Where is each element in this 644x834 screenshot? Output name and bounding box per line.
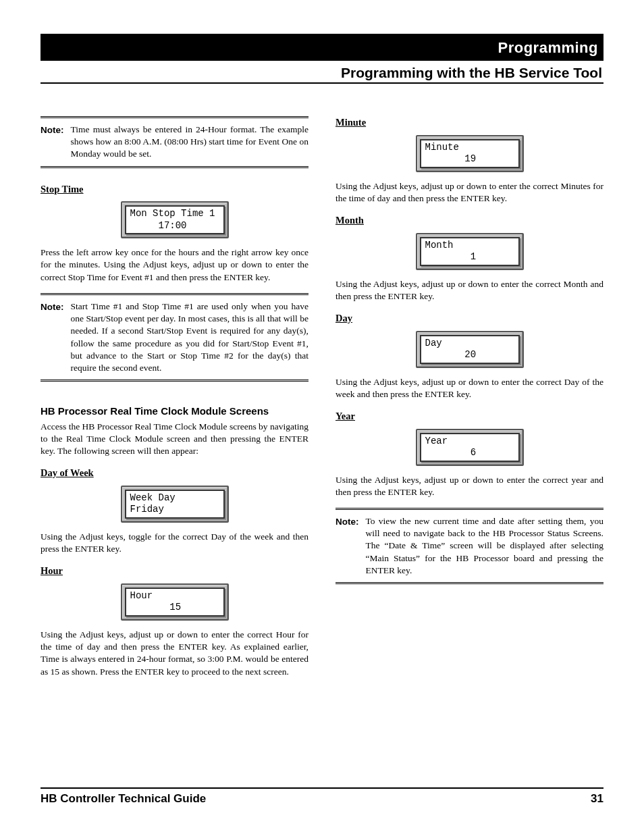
left-column: Note: Time must always be entered in 24-… — [41, 111, 308, 787]
heading-month: Month — [336, 214, 603, 228]
lcd-inner: Year 6 — [420, 433, 520, 462]
lcd-line: Week Day — [130, 492, 176, 503]
lcd-year: Year 6 — [416, 429, 524, 466]
note-block-1: Note: Time must always be entered in 24-… — [41, 116, 308, 168]
lcd-inner: Week Day Friday — [125, 490, 225, 519]
heading-day-of-week: Day of Week — [41, 467, 308, 480]
lcd-line: Friday — [130, 504, 164, 515]
note-label: Note: — [336, 515, 359, 577]
lcd-hour: Hour 15 — [121, 583, 229, 621]
note-text: Time must always be entered in 24-Hour f… — [71, 124, 309, 161]
lcd-line: 1 — [425, 251, 477, 262]
note-block-2: Note: Start Time #1 and Stop Time #1 are… — [41, 293, 308, 382]
lcd-line: Day — [425, 338, 442, 348]
para-day: Using the Adjust keys, adjust up or down… — [336, 376, 603, 400]
content-columns: Note: Time must always be entered in 24-… — [41, 111, 603, 787]
heading-stop-time: Stop Time — [41, 183, 308, 197]
para-rtc-intro: Access the HB Processor Real Time Clock … — [41, 421, 308, 458]
lcd-line: Hour — [130, 590, 153, 601]
lcd-inner: Day 20 — [420, 335, 520, 364]
lcd-inner: Mon Stop Time 1 17:00 — [125, 205, 225, 234]
para-day-of-week: Using the Adjust keys, toggle for the co… — [41, 531, 308, 555]
footer-page-number: 31 — [591, 791, 603, 807]
lcd-inner: Hour 15 — [125, 588, 225, 617]
note-label: Note: — [41, 124, 64, 161]
lcd-month: Month 1 — [416, 233, 524, 270]
lcd-inner: Month 1 — [420, 237, 520, 266]
heading-day: Day — [336, 312, 603, 325]
footer-title: HB Controller Technical Guide — [41, 791, 206, 807]
page-footer: HB Controller Technical Guide 31 — [41, 787, 603, 807]
note-label: Note: — [41, 301, 64, 374]
lcd-stop-time: Mon Stop Time 1 17:00 — [121, 201, 229, 238]
lcd-line: Year — [425, 436, 448, 446]
para-year: Using the Adjust keys, adjust up or down… — [336, 474, 603, 498]
lcd-line: Mon Stop Time 1 — [130, 208, 215, 219]
lcd-day: Day 20 — [416, 331, 524, 368]
note-text: To view the new current time and date af… — [366, 515, 604, 577]
right-column: Minute Minute 19 Using the Adjust keys, … — [336, 111, 603, 787]
lcd-line: Month — [425, 240, 454, 251]
lcd-line: Minute — [425, 142, 459, 153]
heading-minute: Minute — [336, 116, 603, 130]
header-subtitle: Programming with the HB Service Tool — [41, 61, 603, 84]
heading-rtc-module: HB Processor Real Time Clock Module Scre… — [41, 405, 308, 418]
para-stop-time: Press the left arrow key once for the ho… — [41, 246, 308, 284]
lcd-line: 15 — [130, 602, 182, 613]
lcd-line: 19 — [425, 153, 477, 164]
lcd-line: 20 — [425, 349, 477, 360]
note-text: Start Time #1 and Stop Time #1 are used … — [71, 301, 309, 374]
para-month: Using the Adjust keys, adjust up or down… — [336, 278, 603, 303]
page: Programming Programming with the HB Serv… — [0, 0, 644, 834]
lcd-minute: Minute 19 — [416, 135, 524, 172]
header-banner: Programming — [41, 34, 603, 61]
note-block-3: Note: To view the new current time and d… — [336, 508, 603, 584]
para-minute: Using the Adjust keys, adjust up or down… — [336, 180, 603, 205]
lcd-line: 6 — [425, 447, 477, 458]
lcd-line: 17:00 — [130, 220, 187, 231]
heading-year: Year — [336, 410, 603, 423]
heading-hour: Hour — [41, 565, 308, 578]
lcd-inner: Minute 19 — [420, 139, 520, 168]
para-hour: Using the Adjust keys, adjust up or down… — [41, 629, 308, 678]
lcd-day-of-week: Week Day Friday — [121, 486, 229, 523]
